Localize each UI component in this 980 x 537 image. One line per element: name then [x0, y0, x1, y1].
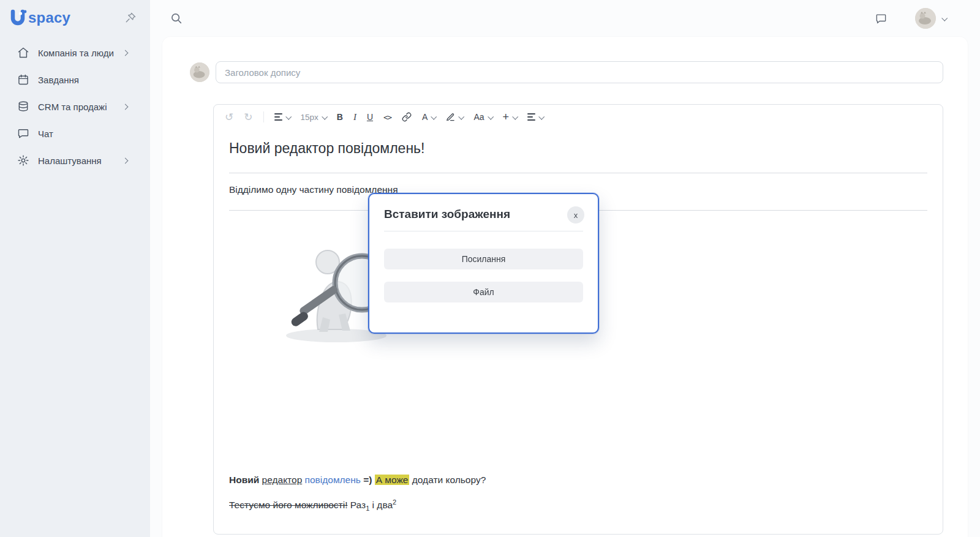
- paragraph-format-dropdown[interactable]: [274, 113, 290, 120]
- post-author-avatar: [190, 62, 209, 82]
- plus-icon: +: [503, 111, 510, 124]
- text-plain: =): [363, 475, 372, 485]
- paragraph-format-icon: [274, 113, 282, 120]
- chevron-right-icon: [123, 50, 129, 56]
- align-dropdown[interactable]: [527, 113, 543, 120]
- text-plain: Раз: [350, 500, 366, 510]
- text-plain: додати кольору?: [412, 475, 486, 485]
- logo[interactable]: spacy: [0, 0, 150, 36]
- chevron-down-icon: [538, 113, 545, 119]
- gear-icon: [17, 154, 29, 167]
- rich-text-line-2: Тестуємо його можливості! Раз1 і два2: [229, 495, 927, 516]
- comments-icon[interactable]: [875, 13, 887, 24]
- insert-by-link-button[interactable]: Посилання: [384, 249, 583, 269]
- chevron-down-icon: [322, 113, 328, 119]
- chevron-down-icon: [285, 113, 292, 119]
- post-heading: Новий редактор повідомлень!: [229, 134, 927, 157]
- post-title-input[interactable]: [216, 61, 943, 83]
- sidebar: spacy Компанія та люди Завдання: [0, 0, 150, 537]
- text-bold: Новий: [229, 475, 259, 485]
- code-button[interactable]: <>: [383, 113, 391, 122]
- calendar-icon: [17, 73, 29, 86]
- insert-file-button[interactable]: Файл: [384, 282, 583, 302]
- text-underlined: редактор: [262, 475, 303, 485]
- text-format-dropdown[interactable]: Aa: [473, 112, 492, 122]
- sidebar-item-crm[interactable]: CRM та продажі: [0, 93, 150, 120]
- text-strikethrough: Тестуємо його можливості!: [229, 500, 347, 510]
- insert-more-dropdown[interactable]: +: [503, 111, 518, 124]
- sidebar-item-label: Завдання: [38, 75, 79, 85]
- text-color-dropdown[interactable]: A: [422, 112, 435, 122]
- sidebar-item-settings[interactable]: Налаштування: [0, 147, 150, 174]
- chevron-down-icon[interactable]: [941, 15, 948, 21]
- text-highlighted: А може: [375, 475, 410, 485]
- rich-text-line-1: Новий редактор повідомлень =) А може дод…: [229, 473, 927, 487]
- horizontal-rule: [229, 173, 927, 173]
- align-icon: [527, 113, 535, 120]
- chevron-right-icon: [123, 103, 129, 110]
- sidebar-item-chat[interactable]: Чат: [0, 120, 150, 147]
- sidebar-item-label: Налаштування: [38, 156, 102, 166]
- home-icon: [17, 47, 29, 59]
- sidebar-item-company[interactable]: Компанія та люди: [0, 39, 150, 66]
- search-icon[interactable]: [170, 12, 183, 24]
- chat-icon: [17, 127, 29, 140]
- chevron-right-icon: [123, 157, 129, 163]
- highlight-icon: [446, 113, 455, 122]
- sidebar-menu: Компанія та люди Завдання CRM та продажі: [0, 36, 150, 174]
- insert-image-modal: Вставити зображення x Посилання Файл: [368, 193, 599, 334]
- uspacy-logo-icon: [9, 9, 27, 27]
- sidebar-item-tasks[interactable]: Завдання: [0, 66, 150, 93]
- font-size-dropdown[interactable]: 15px: [301, 113, 326, 122]
- sidebar-item-label: CRM та продажі: [38, 102, 107, 112]
- topbar: [150, 0, 980, 37]
- modal-actions: Посилання Файл: [384, 249, 583, 302]
- undo-button[interactable]: ↺: [225, 112, 233, 122]
- chevron-down-icon: [431, 113, 437, 119]
- text-superscript: 2: [393, 498, 396, 506]
- chevron-down-icon: [459, 113, 465, 119]
- editor-toolbar: ↺ ↻ 15px B I U <>: [214, 105, 943, 129]
- sidebar-item-label: Компанія та люди: [38, 48, 114, 58]
- pin-sidebar-icon[interactable]: [124, 12, 137, 24]
- chevron-down-icon: [488, 113, 494, 119]
- bold-button[interactable]: B: [337, 112, 343, 122]
- modal-title: Вставити зображення: [384, 208, 583, 221]
- sidebar-item-label: Чат: [38, 129, 53, 139]
- post-title-row: [190, 61, 943, 83]
- font-size-value: 15px: [301, 113, 318, 122]
- modal-close-button[interactable]: x: [567, 206, 584, 223]
- chevron-down-icon: [512, 113, 518, 119]
- text-color-label: A: [422, 112, 428, 122]
- user-avatar[interactable]: [915, 8, 936, 29]
- redo-button[interactable]: ↻: [244, 112, 252, 122]
- format-label: Aa: [473, 112, 484, 122]
- editor-empty-space: [229, 347, 927, 473]
- logo-text: spacy: [28, 9, 70, 26]
- text-plain: і два: [372, 500, 393, 510]
- text-link: повідомлень: [305, 475, 361, 485]
- underline-button[interactable]: U: [367, 112, 373, 122]
- highlight-color-dropdown[interactable]: [446, 113, 463, 122]
- toolbar-divider: [263, 111, 264, 122]
- link-icon: [402, 112, 412, 122]
- insert-link-button[interactable]: [402, 112, 412, 122]
- crm-icon: [17, 100, 29, 113]
- text-subscript: 1: [366, 505, 369, 512]
- italic-button[interactable]: I: [353, 112, 356, 122]
- modal-divider: [384, 231, 583, 231]
